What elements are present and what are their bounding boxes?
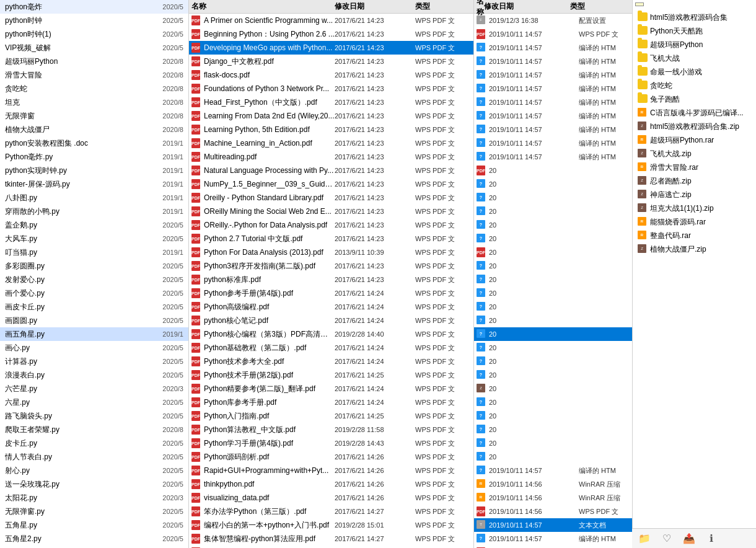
- right-row[interactable]: ?jQuery1.7 中文手册.chm20: [474, 355, 632, 368]
- left-item[interactable]: 太阳花.py2020/3: [0, 491, 188, 505]
- right-row[interactable]: ?jQuery 1.4参考手册.CHM20: [474, 314, 632, 327]
- right-side-item[interactable]: RC语言版魂斗罗源码已编译...: [633, 106, 756, 120]
- left-item[interactable]: 五角星2.py2020/5: [0, 532, 188, 546]
- right-side-item[interactable]: Python天天酷跑: [633, 24, 756, 38]
- mid-row[interactable]: PDFDeveloping MeeGo apps with Python...2…: [189, 41, 473, 55]
- left-item[interactable]: 植物大战僵尸2020/8: [0, 123, 188, 136]
- share-icon[interactable]: 📤: [682, 531, 697, 546]
- right-side-item[interactable]: 超级玛丽Python: [633, 38, 756, 51]
- left-item[interactable]: 皮卡丘.py2020/5: [0, 436, 188, 450]
- right-side-item[interactable]: Z忍者跑酷.zip: [633, 174, 756, 188]
- mid-row[interactable]: PDFPython 2.7 Tutorial 中文版.pdf2017/6/21 …: [189, 232, 473, 245]
- right-row[interactable]: ?DOM中文手册.chm2019/10/11 14:57编译的 HTM: [474, 150, 632, 164]
- right-row[interactable]: ?CSS 3.0参考手册(1).chm2019/10/11 14:57编译的 H…: [474, 68, 632, 82]
- right-side-item[interactable]: R滑雪大冒险.rar: [633, 161, 756, 174]
- left-item[interactable]: 画圆圆.py2020/5: [0, 314, 188, 327]
- mid-row[interactable]: PDF简明python教程.pdf2013/9/11 10:34WPS PDF …: [189, 546, 473, 548]
- mid-row[interactable]: PDFPython参考手册(第4版).pdf2017/6/21 14:24WPS…: [189, 286, 473, 300]
- left-item[interactable]: 发射爱心.py2020/5: [0, 273, 188, 286]
- left-item[interactable]: python安装教程图集 .doc2019/1: [0, 136, 188, 150]
- right-side-item[interactable]: Z坦克大战1(1)(1).zip: [633, 201, 756, 215]
- mid-row[interactable]: PDFPython算法教程_中文版.pdf2019/2/28 11:58WPS …: [189, 423, 473, 436]
- mid-row[interactable]: PDFPython基础教程（第二版）.pdf2017/6/21 14:24WPS…: [189, 341, 473, 355]
- right-row[interactable]: ?jquery1.8.3.chm20: [474, 368, 632, 382]
- right-row[interactable]: ?DOM中文手册(1).chm2019/10/11 14:57编译的 HTM: [474, 123, 632, 136]
- right-row[interactable]: ?Javascript参考手册.chm20: [474, 191, 632, 205]
- mid-row[interactable]: PDFFoundations of Python 3 Network Pr...…: [189, 82, 473, 95]
- right-side-item[interactable]: R能猫烧香源码.rar: [633, 215, 756, 229]
- mid-row[interactable]: PDFLearning Python, 5th Edition.pdf2017/…: [189, 123, 473, 136]
- mid-row[interactable]: PDFA Primer on Scientfic Programming w..…: [189, 14, 473, 27]
- left-item[interactable]: 叮当猫.py2019/1: [0, 245, 188, 259]
- mid-row[interactable]: PDF编程小白的第一本+python+入门书.pdf2019/2/28 15:0…: [189, 518, 473, 532]
- right-row[interactable]: ?JavaScript核心参考手册(1).chm20: [474, 205, 632, 218]
- left-item[interactable]: 计算器.py2020/5: [0, 355, 188, 368]
- mid-row[interactable]: PDFflask-docs.pdf2017/6/21 14:23WPS PDF …: [189, 68, 473, 82]
- left-item[interactable]: 五角星.py2020/5: [0, 518, 188, 532]
- mid-row[interactable]: PDFpython标准库.pdf2017/6/21 14:23WPS PDF 文: [189, 273, 473, 286]
- right-row[interactable]: ?xHTML参考手册(1).chm20: [474, 436, 632, 450]
- left-item[interactable]: 无限弹窗2020/8: [0, 109, 188, 123]
- right-row[interactable]: ?jQuery 1.4参考手册(1).CHM20: [474, 300, 632, 314]
- left-item[interactable]: 无限弹窗.py2020/5: [0, 505, 188, 518]
- left-item[interactable]: Python毫炸.py2019/1: [0, 150, 188, 164]
- mid-row[interactable]: PDF集体智慧编程-python算法应用.pdf2017/6/21 14:27W…: [189, 532, 473, 546]
- mid-row[interactable]: PDFHead_First_Python（中文版）.pdf2017/6/21 1…: [189, 95, 473, 109]
- mid-row[interactable]: PDFPython For Data Analysis (2013).pdf20…: [189, 245, 473, 259]
- right-row[interactable]: FcPix.ini2019/12/3 16:38配置设置: [474, 14, 632, 27]
- left-item[interactable]: 贪吃蛇2020/8: [0, 82, 188, 95]
- right-row[interactable]: T每个程序员都会的35种小技巧.txt2019/10/11 14:57文本文档: [474, 518, 632, 532]
- right-side-item[interactable]: 飞机大战: [633, 51, 756, 65]
- mid-row[interactable]: PDFBeginning Python：Using Python 2.6 ...…: [189, 27, 473, 41]
- right-row[interactable]: ?CSS 3.0参考手册(2).chm2019/10/11 14:57编译的 H…: [474, 82, 632, 95]
- right-row[interactable]: ?CSS 2.0 中文手册.chm2019/10/11 14:57编译的 HTM: [474, 55, 632, 68]
- left-item[interactable]: 坦克2020/8: [0, 95, 188, 109]
- left-item[interactable]: 六芒星.py2020/3: [0, 382, 188, 396]
- right-row[interactable]: ?CSS中文完全参考手册.chm2019/10/11 14:57编译的 HTM: [474, 109, 632, 123]
- right-row[interactable]: PDFHTML5移动开发即学即用[双色].pdf20: [474, 164, 632, 177]
- new-folder-icon[interactable]: 📁: [637, 531, 652, 546]
- left-item[interactable]: VIP视频_破解2020/5: [0, 41, 188, 55]
- mid-row[interactable]: PDFOReilly.-.Python for Data Analysis.pd…: [189, 218, 473, 232]
- right-row[interactable]: ?网页制作完全手册.chm2019/10/11 14:57编译的 HTM: [474, 532, 632, 546]
- left-item[interactable]: 八卦图.py2019/1: [0, 191, 188, 205]
- mid-row[interactable]: PDFthinkpython.pdf2017/6/21 14:26WPS PDF…: [189, 477, 473, 491]
- left-item[interactable]: 路飞脑袋头.py2020/5: [0, 409, 188, 423]
- mid-row[interactable]: PDFMachine_Learning_in_Action.pdf2017/6/…: [189, 136, 473, 150]
- right-row[interactable]: ?CSS 2.0 中文手册(2).chm2019/10/11 14:57编译的 …: [474, 41, 632, 55]
- right-row[interactable]: ?Javascript参考手册(1).chm20: [474, 177, 632, 191]
- right-side-item[interactable]: Z神庙逃亡.zip: [633, 188, 756, 201]
- right-row[interactable]: ?JavaScript核心参考手册.chm20: [474, 232, 632, 245]
- right-side-item[interactable]: Zhtml5游戏教程源码合集.zip: [633, 120, 756, 133]
- left-item[interactable]: 向日葵.py2020/5: [0, 546, 188, 548]
- right-row[interactable]: ?jQuery1.7 中文手册(2).chm20: [474, 341, 632, 355]
- right-row[interactable]: ?jQuery 1.3参考手册(1).chm20: [474, 273, 632, 286]
- mid-row[interactable]: PDFDjango_中文教程.pdf2017/6/21 14:23WPS PDF…: [189, 55, 473, 68]
- right-side-item[interactable]: 兔子跑酷: [633, 92, 756, 106]
- mid-row[interactable]: PDFMultireading.pdf2017/6/21 14:23WPS PD…: [189, 150, 473, 164]
- left-item[interactable]: 画心.py2020/5: [0, 341, 188, 355]
- right-side-item[interactable]: R超级玛丽Python.rar: [633, 133, 756, 147]
- left-item[interactable]: python实现时钟.py2019/1: [0, 164, 188, 177]
- right-row[interactable]: ?w3c标准html5手册.chm20: [474, 423, 632, 436]
- right-row[interactable]: ?jQuery1.7 中文手册(1).chm20: [474, 327, 632, 341]
- left-item[interactable]: 情人节表白.py2020/5: [0, 450, 188, 464]
- right-row[interactable]: ?JavaScript核心参考手册(2).chm20: [474, 218, 632, 232]
- right-row[interactable]: ?DOM中文手册(2).chm2019/10/11 14:57编译的 HTM: [474, 136, 632, 150]
- favorite-icon[interactable]: ♡: [659, 531, 674, 546]
- mid-row[interactable]: PDFNumPy_1.5_Beginner__039_s_Guide.pdf20…: [189, 177, 473, 191]
- left-item[interactable]: python毫炸2020/5: [0, 0, 188, 14]
- left-item[interactable]: 大风车.py2020/5: [0, 232, 188, 245]
- mid-row[interactable]: PDFPython库参考手册.pdf2017/6/21 14:24WPS PDF…: [189, 396, 473, 409]
- right-side-item[interactable]: 命最一线小游戏: [633, 65, 756, 79]
- left-item[interactable]: tkinter-屏保-源码.py2019/1: [0, 177, 188, 191]
- mid-row[interactable]: PDFOReilly Mining the Social Web 2nd E..…: [189, 205, 473, 218]
- mid-row[interactable]: PDFPython入门指南.pdf2017/6/21 14:25WPS PDF …: [189, 409, 473, 423]
- mid-row[interactable]: PDFLearning From Data 2nd Ed (Wiley,20..…: [189, 109, 473, 123]
- left-item[interactable]: 穿雨散的小鸭.py2019/1: [0, 205, 188, 218]
- right-row[interactable]: ?CSS 3.0参考手册.chm2019/10/11 14:57编译的 HTM: [474, 95, 632, 109]
- left-item[interactable]: 多彩圆圈.py2020/5: [0, 259, 188, 273]
- right-side-item[interactable]: 贪吃蛇: [633, 79, 756, 92]
- left-item[interactable]: 画皮卡丘.py2020/5: [0, 300, 188, 314]
- mid-row[interactable]: PDFvisualizing_data.pdf2017/6/21 14:26WP…: [189, 491, 473, 505]
